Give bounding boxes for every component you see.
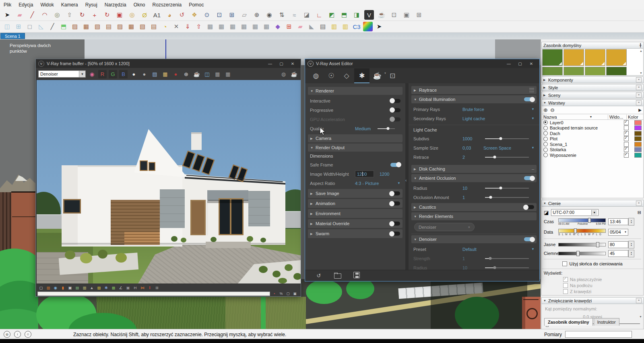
display-option[interactable]: Na płaszczyźnie bbox=[563, 276, 641, 282]
soften-edges-panel-header[interactable]: ▼ Zmiękczanie krawędzi × bbox=[541, 297, 644, 304]
fit-window-icon[interactable]: ▣ bbox=[292, 292, 297, 296]
red-grid-icon[interactable]: ⊞ bbox=[284, 22, 294, 31]
menu-item[interactable]: Edycja bbox=[15, 0, 37, 9]
zoom-extents-tool[interactable]: ⊞ bbox=[227, 10, 237, 20]
layer-active-radio[interactable] bbox=[543, 137, 548, 141]
scene-tab[interactable]: Scena 1 bbox=[0, 33, 25, 39]
render-output-section-header[interactable]: ▼ Render Output bbox=[308, 144, 402, 152]
slider[interactable] bbox=[378, 128, 395, 129]
collapsed-section-header[interactable]: ▶ Animation bbox=[308, 199, 402, 208]
terrain-scratch-icon[interactable]: ▦ bbox=[81, 22, 91, 31]
collapsed-section-header[interactable]: ▶ Material Override bbox=[308, 219, 402, 228]
time-input[interactable]: 13:46 bbox=[608, 218, 628, 225]
settings-row[interactable]: Secondary Rays Light cache ▼ bbox=[409, 114, 539, 123]
material-swatch[interactable] bbox=[606, 67, 627, 76]
flip-edge-icon[interactable]: ▧ bbox=[138, 22, 147, 31]
pan-view-icon[interactable]: ☕ bbox=[290, 70, 298, 78]
hatch-icon[interactable]: ▤ bbox=[318, 22, 328, 31]
collapse-panel-icon[interactable]: ‹ bbox=[405, 178, 407, 183]
toggle-switch[interactable] bbox=[390, 99, 400, 103]
layers-col-name[interactable]: Nazwa bbox=[543, 115, 590, 119]
add-detail-icon[interactable]: ▦ bbox=[126, 22, 136, 31]
tape-measure-tool[interactable]: Ø bbox=[140, 10, 149, 20]
image-a-icon[interactable]: ▦ bbox=[213, 70, 222, 78]
image-height-value[interactable]: 1200 bbox=[380, 172, 400, 177]
pin-icon[interactable]: ╂ bbox=[640, 43, 642, 47]
geometry-icon[interactable]: ◇ bbox=[339, 68, 354, 83]
terrain-contours-icon[interactable]: ▨ bbox=[70, 22, 80, 31]
slider[interactable] bbox=[485, 157, 529, 158]
ab-bars-icon[interactable]: ‖ bbox=[147, 285, 153, 290]
slider[interactable] bbox=[485, 188, 529, 189]
layer-active-radio[interactable] bbox=[543, 142, 548, 146]
white-balance-icon[interactable]: ▣ bbox=[67, 285, 73, 290]
menu-item[interactable]: Widok bbox=[37, 0, 57, 9]
walk-tool[interactable]: ⇅ bbox=[277, 10, 287, 20]
dark-spinner[interactable]: ▲▼ bbox=[628, 250, 634, 257]
material-swatch[interactable] bbox=[564, 49, 584, 66]
layer-active-radio[interactable] bbox=[543, 148, 548, 152]
cursor-icon[interactable]: ➤ bbox=[374, 22, 384, 31]
slider[interactable] bbox=[485, 138, 529, 139]
date-input[interactable]: 05/04 ▼ bbox=[608, 229, 628, 236]
toggle-switch[interactable] bbox=[390, 222, 400, 226]
layer-visible-checkbox[interactable] bbox=[624, 147, 629, 152]
group-box-icon-6[interactable]: ▦ bbox=[262, 22, 271, 31]
vray-frame-buffer-icon[interactable]: ⊡ bbox=[389, 10, 399, 20]
settings-icon[interactable]: ✱ bbox=[354, 68, 369, 83]
view-front-icon[interactable]: ◨ bbox=[352, 10, 361, 20]
channel-select[interactable]: Denoiser▼ bbox=[38, 70, 86, 78]
tray-panel-header[interactable]: ▶ Komponenty × bbox=[541, 76, 644, 83]
red-channel-icon[interactable]: R bbox=[98, 70, 107, 78]
levels-icon[interactable]: ▲ bbox=[89, 285, 95, 290]
geolocation-icon[interactable]: ◍ bbox=[4, 331, 10, 338]
export-arrow-icon[interactable]: ⇧ bbox=[194, 22, 204, 31]
terrain-erase-icon[interactable]: ▤ bbox=[149, 22, 159, 31]
stop-render-icon[interactable]: ● bbox=[171, 70, 180, 78]
slider[interactable] bbox=[485, 197, 529, 198]
light-slider[interactable] bbox=[558, 243, 606, 246]
remove-layer-button[interactable]: ⊖ bbox=[550, 107, 555, 113]
utc-select[interactable]: UTC-07:00 ▼ bbox=[551, 209, 599, 216]
date-slider[interactable]: S L M K M C L S W P L G bbox=[558, 229, 606, 236]
open-image-icon[interactable]: ▦ bbox=[161, 70, 169, 78]
maximize-button[interactable]: ▢ bbox=[276, 62, 287, 66]
view-iso-icon[interactable]: ◩ bbox=[327, 10, 336, 20]
save-settings-button[interactable] bbox=[353, 272, 361, 280]
expand-window-icon[interactable]: ▢ bbox=[285, 292, 291, 296]
use-sun-checkbox[interactable] bbox=[562, 261, 567, 266]
settings-row[interactable]: Radius 10 ▼ bbox=[409, 263, 539, 270]
toggle-switch[interactable] bbox=[390, 163, 400, 167]
layers-col-visible[interactable]: Wido... bbox=[608, 115, 626, 119]
layer-color-swatch[interactable] bbox=[634, 136, 642, 141]
materials-icon[interactable]: ◍ bbox=[308, 68, 324, 83]
material-swatch[interactable] bbox=[585, 67, 605, 76]
time-spinner[interactable]: ▲▼ bbox=[628, 218, 634, 226]
pushpull-tool[interactable]: ⇧ bbox=[65, 10, 74, 20]
open-settings-button[interactable] bbox=[334, 272, 342, 280]
material-swatch[interactable] bbox=[585, 49, 605, 66]
safe-frame-row[interactable]: Safe Frame bbox=[305, 160, 405, 169]
smoove-icon[interactable]: ▧ bbox=[93, 22, 102, 31]
tray-panel-header[interactable]: ▶ Sceny × bbox=[541, 92, 644, 99]
stereo-globe-icon[interactable]: ◍ bbox=[279, 70, 288, 78]
date-slider-handle[interactable] bbox=[574, 228, 577, 233]
group-box-icon-5[interactable]: ▦ bbox=[250, 22, 260, 31]
position-camera-tool[interactable]: ⊕ bbox=[252, 10, 262, 20]
material-swatch[interactable] bbox=[542, 49, 563, 66]
orbit-tool[interactable]: ↺ bbox=[177, 10, 187, 20]
icc-icon[interactable]: ▣ bbox=[125, 285, 131, 290]
layer-visible-checkbox[interactable] bbox=[624, 120, 629, 125]
settings-row[interactable]: Sample Size 0,03 Screen Space ▼ bbox=[409, 143, 539, 152]
curve-icon[interactable]: ▨ bbox=[96, 285, 102, 290]
denoiser-section-header[interactable]: ▼ Denoiser bbox=[411, 235, 537, 243]
compare-icon[interactable]: ◫ bbox=[203, 70, 211, 78]
collapsed-section-header[interactable]: ▶ Save Image bbox=[308, 189, 402, 198]
knife-icon[interactable]: ╱ bbox=[47, 22, 57, 31]
shadow-display-icon[interactable]: ⊟ bbox=[638, 210, 641, 215]
toggle-switch[interactable] bbox=[524, 237, 534, 241]
collapsed-section-header[interactable]: ▶ Swarm bbox=[308, 229, 402, 238]
menu-item[interactable]: Okno bbox=[130, 0, 149, 9]
settings-row[interactable]: Radius 10 bbox=[409, 183, 539, 193]
image-width-input[interactable]: 1200 bbox=[355, 170, 374, 177]
